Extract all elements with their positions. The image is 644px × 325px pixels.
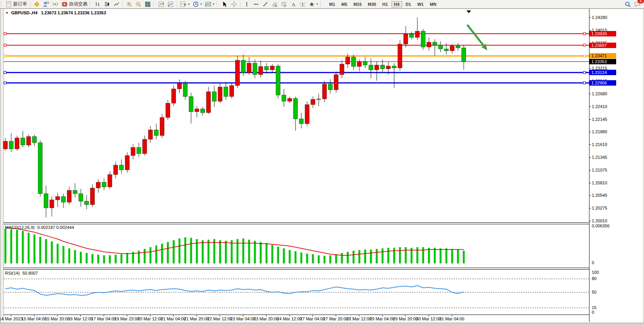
- panel-border: [3, 315, 589, 315]
- macd-histogram-bar: [150, 247, 152, 263]
- macd-histogram-bar: [92, 254, 94, 263]
- time-axis-label: 27 Mar 04:00: [300, 316, 325, 321]
- candle-body-down: [276, 66, 280, 95]
- chart-shift-marker-icon[interactable]: [466, 10, 471, 13]
- candle-body-up: [15, 138, 19, 149]
- macd-histogram-bar: [173, 240, 175, 263]
- fibonacci-tool-button[interactable]: F: [279, 0, 289, 8]
- candle-body-up: [398, 44, 402, 68]
- channel-tool-button[interactable]: E: [270, 0, 279, 8]
- resistance-line-1-badge: 1.23939: [589, 31, 616, 36]
- time-axis-label: 31 Mar 04:00: [439, 316, 465, 321]
- new-order-button[interactable]: 新订单: [4, 0, 29, 8]
- pivot-line-handle[interactable]: [4, 55, 6, 57]
- market-watch-button[interactable]: [32, 0, 41, 8]
- candlestick-mode-button[interactable]: [102, 0, 112, 8]
- macd-histogram-bar: [289, 250, 291, 263]
- text-tool-button[interactable]: A: [289, 0, 298, 8]
- candle-body-down: [253, 63, 257, 75]
- down-arrow-annotation[interactable]: [467, 25, 483, 45]
- candle-body-down: [294, 98, 298, 119]
- timeframe-M15[interactable]: M15: [351, 1, 364, 7]
- indicator-window2-button[interactable]: [166, 0, 175, 8]
- time-axis-label: 28 Mar 12:00: [347, 316, 372, 321]
- macd-histogram-bar: [347, 252, 349, 263]
- trendline-tool-button[interactable]: [261, 0, 270, 8]
- price-tick-label: 1.20810: [592, 181, 607, 185]
- timeframe-M5[interactable]: M5: [338, 1, 350, 7]
- candle-body-up: [317, 99, 321, 100]
- period-button[interactable]: ▾: [191, 0, 203, 8]
- candle-body-up: [404, 34, 408, 44]
- accounts-button[interactable]: [41, 0, 51, 8]
- timeframe-MN[interactable]: MN: [427, 1, 439, 7]
- candle-body-up: [427, 42, 431, 47]
- add-indicator-button[interactable]: ▾: [179, 0, 191, 8]
- tile-windows-button[interactable]: [143, 0, 152, 8]
- macd-panel[interactable]: [3, 224, 589, 268]
- trendline-icon: [262, 1, 268, 7]
- price-tick-mark: [589, 68, 591, 69]
- time-axis-label: 30 Mar 12:00: [416, 316, 441, 321]
- equidistant-channel-icon: E: [272, 1, 278, 7]
- search-button[interactable]: [623, 0, 632, 8]
- candle-body-up: [50, 200, 54, 208]
- price-tick-mark: [589, 94, 591, 94]
- vline-tool-button[interactable]: [242, 0, 251, 8]
- candle-body-up: [160, 117, 164, 136]
- chevron-down-icon[interactable]: ▾: [188, 2, 190, 6]
- timeframe-M30[interactable]: M30: [365, 1, 379, 7]
- timeframe-H4[interactable]: H4: [391, 1, 402, 7]
- candle-body-down: [328, 84, 333, 90]
- chevron-down-icon[interactable]: ▾: [213, 2, 214, 6]
- template-button[interactable]: ▾: [203, 0, 216, 8]
- bar-chart-mode-button[interactable]: [93, 0, 102, 8]
- rsi-value: 50.8007: [22, 271, 38, 275]
- price-tick-label: 1.22145: [592, 117, 607, 122]
- candle-body-up: [114, 165, 118, 175]
- macd-histogram-bar: [457, 249, 459, 263]
- macd-histogram-bar: [74, 250, 76, 263]
- resistance-line-2-handle[interactable]: [4, 44, 6, 46]
- candle-body-down: [369, 65, 373, 70]
- timeframe-H1[interactable]: H1: [379, 1, 390, 7]
- arrows-tool-button[interactable]: ▾: [307, 0, 319, 8]
- line-chart-mode-button[interactable]: [112, 0, 121, 8]
- price-tick-mark: [589, 195, 591, 196]
- label-tool-button[interactable]: T: [298, 0, 307, 8]
- zoom-in-button[interactable]: [125, 0, 134, 8]
- support-line-1-handle[interactable]: [4, 71, 6, 74]
- macd-histogram-bar: [393, 248, 395, 263]
- chevron-down-icon[interactable]: ▾: [200, 2, 202, 6]
- cursor-tool-button[interactable]: [220, 0, 229, 8]
- support-line-2-handle[interactable]: [4, 82, 6, 84]
- timeframe-M1[interactable]: M1: [326, 1, 338, 7]
- rsi-panel[interactable]: [3, 270, 589, 315]
- macd-histogram-bar: [405, 247, 407, 263]
- main-price-chart[interactable]: [3, 10, 589, 223]
- macd-histogram-bar: [202, 240, 204, 263]
- candle-body-up: [67, 190, 72, 202]
- timeframe-W1[interactable]: W1: [415, 1, 427, 7]
- resistance-line-1-handle[interactable]: [583, 33, 586, 35]
- indicator-window-button[interactable]: [157, 0, 166, 8]
- toolbar-grip: [1, 2, 3, 7]
- tile-windows-icon: [145, 1, 151, 7]
- notifications-button[interactable]: 1: [632, 0, 642, 8]
- resistance-line-1-handle[interactable]: [4, 33, 6, 35]
- signals-button[interactable]: [51, 0, 60, 8]
- resistance-line-2-handle[interactable]: [583, 44, 586, 46]
- timeframe-D1[interactable]: D1: [403, 1, 414, 7]
- zoom-out-button[interactable]: [134, 0, 143, 8]
- support-line-1-handle[interactable]: [583, 71, 586, 74]
- time-axis-label: 15 Mar 04:00: [22, 316, 47, 321]
- toolbar-separator: [240, 1, 241, 7]
- auto-trading-button[interactable]: 自动交易: [60, 0, 89, 8]
- macd-histogram-bar: [312, 254, 314, 263]
- hline-tool-button[interactable]: [251, 0, 261, 8]
- crosshair-tool-button[interactable]: [229, 0, 239, 8]
- macd-histogram-bar: [353, 251, 355, 263]
- chevron-down-icon[interactable]: ▾: [316, 2, 318, 6]
- pivot-line-handle[interactable]: [583, 55, 586, 57]
- support-line-2-handle[interactable]: [583, 82, 586, 84]
